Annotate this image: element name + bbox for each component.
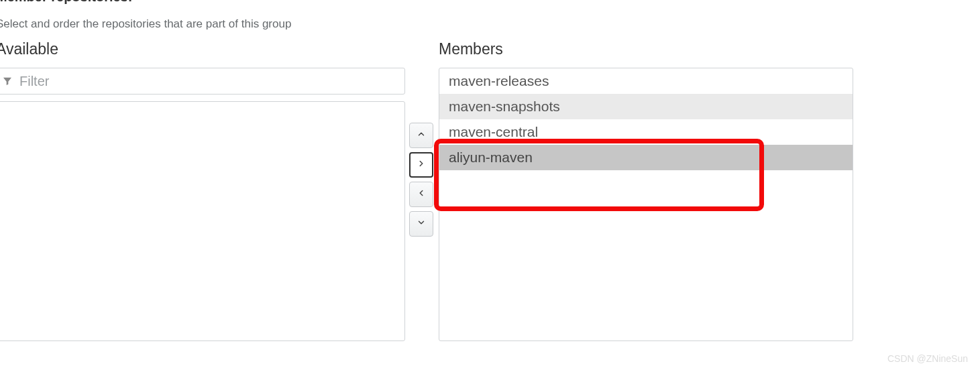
members-label: Members xyxy=(439,40,853,58)
list-item[interactable]: maven-releases xyxy=(439,68,853,94)
watermark: CSDN @ZNineSun xyxy=(887,353,968,364)
available-column: Available xyxy=(0,40,405,341)
filter-input[interactable] xyxy=(19,74,399,89)
transfer-buttons xyxy=(409,123,433,237)
chevron-up-icon xyxy=(417,129,426,141)
available-list[interactable] xyxy=(0,101,405,341)
section-title: Member repositories: xyxy=(0,0,132,5)
list-item[interactable]: maven-snapshots xyxy=(439,94,853,119)
move-down-button[interactable] xyxy=(409,211,433,237)
move-up-button[interactable] xyxy=(409,123,433,148)
filter-icon xyxy=(2,76,13,86)
filter-box[interactable] xyxy=(0,68,405,95)
section-description: Select and order the repositories that a… xyxy=(0,17,291,31)
add-to-members-button[interactable] xyxy=(409,152,433,178)
members-list[interactable]: maven-releases maven-snapshots maven-cen… xyxy=(439,68,853,341)
list-item[interactable]: aliyun-maven xyxy=(439,145,853,170)
list-item[interactable]: maven-central xyxy=(439,119,853,145)
available-label: Available xyxy=(0,40,405,58)
chevron-left-icon xyxy=(417,188,426,200)
chevron-down-icon xyxy=(417,218,426,230)
remove-from-members-button[interactable] xyxy=(409,182,433,207)
chevron-right-icon xyxy=(417,159,426,171)
members-column: Members maven-releases maven-snapshots m… xyxy=(439,40,853,341)
